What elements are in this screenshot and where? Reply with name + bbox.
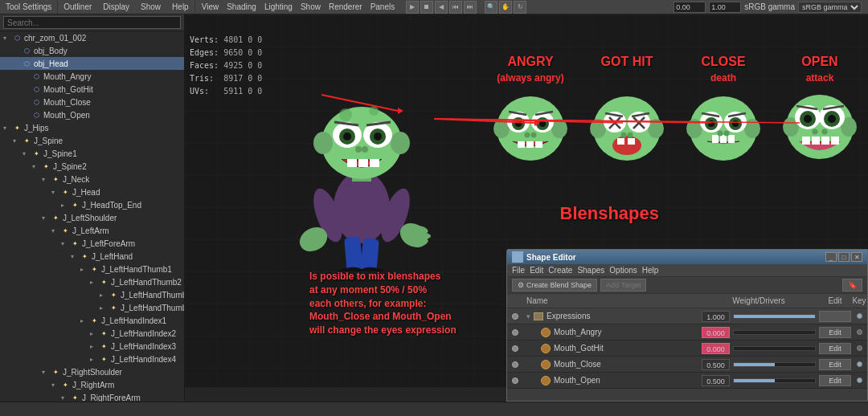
tree-expand-arrow[interactable]: ▾ — [32, 163, 40, 170]
tree-expand-arrow[interactable]: ▸ — [100, 304, 108, 312]
tree-expand-arrow[interactable]: ▾ — [13, 137, 21, 145]
shading-menu[interactable]: Shading — [223, 2, 260, 11]
minimize-button[interactable]: _ — [825, 252, 837, 262]
toolbar-icon-7[interactable]: ✋ — [499, 1, 512, 14]
tree-item[interactable]: ▾✦J_RightArm — [0, 378, 184, 391]
tree-item[interactable]: ▾✦J_LeftForeArm — [0, 237, 184, 250]
toolbar-icon-5[interactable]: ⏭ — [464, 1, 477, 14]
tree-expand-arrow[interactable]: ▾ — [3, 124, 11, 132]
se-row-eye[interactable] — [507, 345, 523, 352]
tree-item[interactable]: ▸✦J_LeftHandIndex2 — [0, 327, 184, 340]
se-edit-button[interactable]: Edit — [819, 327, 851, 338]
tree-expand-arrow[interactable]: ▸ — [90, 330, 98, 337]
tree-expand-arrow[interactable]: ▾ — [3, 35, 11, 42]
se-weight-value[interactable]: 0.500 — [702, 359, 730, 370]
tree-item[interactable]: ▾✦J_Neck — [0, 173, 184, 186]
lighting-menu[interactable]: Lighting — [261, 2, 296, 11]
tree-item[interactable]: ▾✦J_LeftHand — [0, 250, 184, 263]
se-weight-bar[interactable] — [733, 362, 816, 367]
tree-expand-arrow[interactable]: ▸ — [90, 343, 98, 350]
tree-expand-arrow[interactable]: ▸ — [100, 292, 108, 299]
tree-expand-arrow[interactable]: ▾ — [42, 369, 50, 376]
se-create-menu[interactable]: Create — [548, 266, 572, 275]
tree-item[interactable]: ▾✦J_RightShoulder — [0, 365, 184, 378]
tree-expand-arrow[interactable]: ▾ — [51, 227, 59, 235]
close-button[interactable]: ✕ — [851, 252, 862, 262]
outliner-tree[interactable]: ▾⬡chr_zom_01_002⬡obj_Body⬡obj_Head⬡Mouth… — [0, 31, 184, 402]
tree-expand-arrow[interactable]: ▾ — [61, 240, 69, 247]
expand-arrow-icon[interactable]: ▾ — [526, 312, 530, 320]
tree-item[interactable]: ▾⬡chr_zom_01_002 — [0, 31, 184, 44]
frame-input[interactable] — [674, 2, 706, 13]
gamma-select[interactable]: sRGB gamma — [798, 2, 862, 13]
outliner-label[interactable]: Outliner — [61, 2, 94, 11]
panels-menu[interactable]: Panels — [367, 2, 399, 11]
se-row-eye[interactable] — [507, 329, 523, 336]
se-edit-menu[interactable]: Edit — [530, 266, 543, 275]
tree-expand-arrow[interactable]: ▾ — [51, 189, 59, 196]
scale-input[interactable] — [709, 2, 741, 13]
tree-item[interactable]: ▾✦J_LeftShoulder — [0, 211, 184, 224]
se-table-row[interactable]: Mouth_Open0.500Edit — [507, 373, 867, 389]
tree-item[interactable]: ▸✦J_LeftHandThumb1 — [0, 263, 184, 275]
tree-expand-arrow[interactable]: ▾ — [51, 381, 59, 389]
tree-item[interactable]: ▾✦J_LeftArm — [0, 224, 184, 237]
se-key-dot[interactable] — [851, 313, 867, 319]
se-table-row[interactable]: Mouth_Angry0.000Edit — [507, 324, 867, 341]
maximize-button[interactable]: □ — [838, 252, 850, 262]
tree-item[interactable]: ▾✦J_Spine — [0, 134, 184, 147]
se-row-eye[interactable] — [507, 313, 523, 320]
tree-expand-arrow[interactable]: ▾ — [71, 253, 79, 260]
se-row-eye[interactable] — [507, 377, 523, 384]
view-menu[interactable]: View — [199, 2, 223, 11]
tree-expand-arrow[interactable]: ▾ — [42, 214, 50, 222]
tree-item[interactable]: ⬡Mouth_Close — [0, 96, 184, 108]
tree-item[interactable]: ⬡Mouth_GotHit — [0, 83, 184, 96]
se-weight-bar[interactable] — [733, 314, 816, 319]
tree-expand-arrow[interactable]: ▾ — [23, 150, 31, 157]
show-vp-menu[interactable]: Show — [297, 2, 324, 11]
se-help-menu[interactable]: Help — [642, 266, 659, 275]
se-file-menu[interactable]: File — [512, 266, 525, 275]
se-key-dot[interactable] — [851, 345, 867, 351]
tree-item[interactable]: ⬡obj_Head — [0, 57, 184, 70]
search-input[interactable] — [3, 16, 181, 29]
tree-expand-arrow[interactable]: ▾ — [42, 176, 50, 183]
tool-settings-label[interactable]: Tool Settings — [3, 2, 54, 11]
tree-item[interactable]: ▸✦J_HeadTop_End — [0, 198, 184, 211]
se-key-dot[interactable] — [851, 361, 867, 367]
se-table-row[interactable]: Mouth_Close0.500Edit — [507, 357, 867, 373]
se-edit-button[interactable] — [819, 311, 851, 322]
toolbar-icon-6[interactable]: 🔍 — [485, 1, 497, 14]
tree-item[interactable]: ▾✦J_RightForeArm — [0, 391, 184, 402]
toolbar-icon-4[interactable]: ⏮ — [449, 1, 462, 14]
tree-item[interactable]: ⬡Mouth_Open — [0, 108, 184, 121]
tree-item[interactable]: ▸✦J_LeftHandIndex3 — [0, 340, 184, 353]
se-shapes-menu[interactable]: Shapes — [577, 266, 604, 275]
tree-expand-arrow[interactable]: ▸ — [61, 202, 69, 209]
renderer-menu[interactable]: Renderer — [326, 2, 366, 11]
add-target-button[interactable]: Add Target — [600, 279, 646, 292]
se-options-menu[interactable]: Options — [609, 266, 637, 275]
tree-item[interactable]: ▸✦J_LeftHandThumb3 — [0, 288, 184, 301]
tree-item[interactable]: ⬡Mouth_Angry — [0, 70, 184, 83]
tree-item[interactable]: ▸✦J_LeftHandThumb2 — [0, 275, 184, 288]
show-menu[interactable]: Show — [138, 2, 163, 11]
display-menu[interactable]: Display — [100, 2, 132, 11]
se-key-dot[interactable] — [851, 329, 867, 335]
tree-item[interactable]: ▸✦J_LeftHandIndex1 — [0, 314, 184, 327]
tree-item[interactable]: ▾✦J_Head — [0, 186, 184, 198]
toolbar-icon-1[interactable]: ▶ — [406, 1, 419, 14]
se-weight-value[interactable]: 0.000 — [702, 343, 730, 354]
tree-expand-arrow[interactable]: ▸ — [80, 317, 88, 324]
se-weight-value[interactable]: 0.500 — [702, 375, 730, 386]
se-edit-button[interactable]: Edit — [819, 359, 851, 370]
toolbar-icon-8[interactable]: ↻ — [514, 1, 526, 14]
se-table-row[interactable]: ▾Expressions1.000 — [507, 308, 867, 324]
tree-expand-arrow[interactable]: ▸ — [90, 356, 98, 363]
se-table-row[interactable]: Mouth_GotHit0.000Edit — [507, 341, 867, 357]
toolbar-icon-3[interactable]: ◀ — [435, 1, 448, 14]
tree-expand-arrow[interactable]: ▸ — [80, 266, 88, 273]
se-row-eye[interactable] — [507, 361, 523, 368]
bookmark-button[interactable]: 🔖 — [842, 279, 862, 292]
